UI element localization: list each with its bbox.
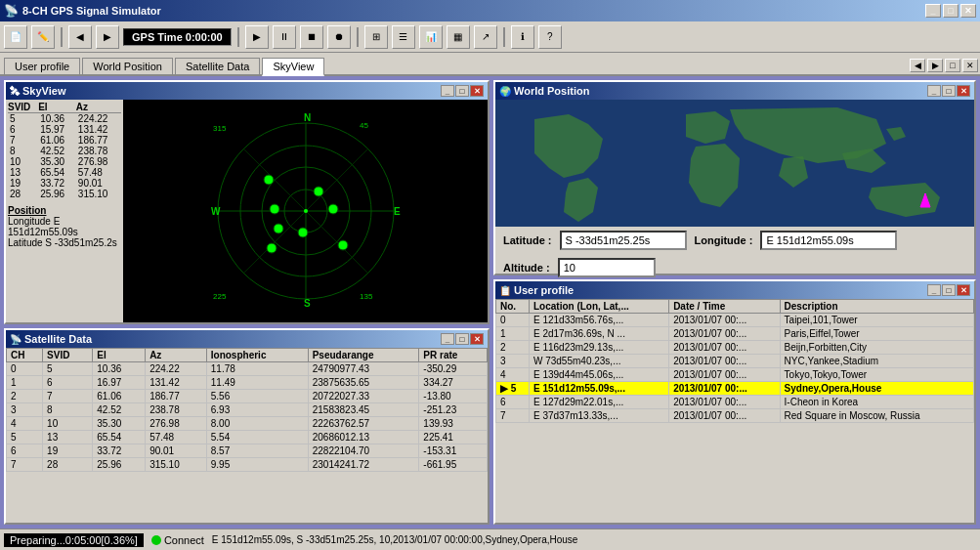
worldpos-maximize-btn[interactable]: □ (942, 85, 956, 97)
profile-row[interactable]: 0E 121d33m56.76s,...2013/01/07 00:...Tai… (496, 314, 974, 327)
satdata-content[interactable]: CH SVID El Az Ionospheric Pseudarange PR… (6, 348, 488, 523)
userprofile-maximize-btn[interactable]: □ (942, 284, 956, 296)
skyview-panel: 🛰 SkyView _ □ ✕ SVID El Az (4, 80, 490, 324)
profile-desc: Beijn,Forbitten,City (780, 341, 973, 355)
tab-skyview[interactable]: SkyView (262, 58, 324, 76)
satdata-maximize-btn[interactable]: □ (455, 333, 469, 345)
tab-btn-3[interactable]: □ (945, 59, 960, 72)
position-section: Position Longitude E 151d12m55.09s Latit… (8, 205, 121, 248)
worldpos-close-btn[interactable]: ✕ (957, 85, 970, 97)
profile-row[interactable]: 7E 37d37m13.33s,...2013/01/07 00:...Red … (496, 409, 974, 423)
toolbar-export-button[interactable]: ↗ (474, 25, 497, 49)
toolbar-back-button[interactable]: ◀ (68, 25, 92, 49)
toolbar-help-button[interactable]: ? (538, 25, 562, 49)
toolbar-table-button[interactable]: ▦ (447, 25, 470, 49)
satdata-row[interactable]: 1616.97131.4211.4923875635.65334.27 (7, 376, 488, 390)
svg-point-17 (338, 240, 348, 250)
userprofile-title: User profile (514, 284, 574, 296)
profile-datetime: 2013/01/07 00:... (669, 327, 780, 341)
profile-row[interactable]: 6E 127d29m22.01s,...2013/01/07 00:...I-C… (496, 396, 974, 409)
window-controls: _ □ ✕ (925, 4, 976, 18)
minimize-button[interactable]: _ (925, 4, 941, 18)
skyview-row: 1035.30276.98 (8, 156, 121, 167)
tab-satellite-data[interactable]: Satellite Data (175, 58, 260, 74)
profile-row[interactable]: 1E 2d17m36.69s, N ...2013/01/07 00:...Pa… (496, 327, 974, 341)
profile-location: E 2d17m36.69s, N ... (529, 327, 668, 341)
toolbar-separator-2 (237, 27, 239, 47)
left-panels: 🛰 SkyView _ □ ✕ SVID El Az (4, 80, 490, 525)
profile-no: ▶ 5 (496, 382, 530, 396)
longitude-input[interactable] (760, 231, 897, 250)
profile-row[interactable]: 2E 116d23m29.13s,...2013/01/07 00:...Bei… (496, 341, 974, 355)
toolbar-info-button[interactable]: ℹ (511, 25, 534, 49)
satdata-row[interactable]: 41035.30276.988.0022263762.57139.93 (7, 417, 488, 431)
satdata-row[interactable]: 3842.52238.786.9321583823.45-251.23 (7, 403, 488, 417)
main-content: 🛰 SkyView _ □ ✕ SVID El Az (0, 76, 980, 529)
toolbar-stop-button[interactable]: ⏹ (300, 25, 323, 49)
profile-row[interactable]: ▶ 5E 151d12m55.09s,...2013/01/07 00:...S… (496, 382, 974, 396)
userprofile-minimize-btn[interactable]: _ (927, 284, 941, 296)
satdata-minimize-btn[interactable]: _ (441, 333, 454, 345)
satdata-row[interactable]: 72825.96315.109.9523014241.72-661.95 (7, 458, 488, 472)
skyview-svid: 5 (8, 113, 38, 125)
skyview-icon: 🛰 (10, 86, 20, 97)
toolbar-forward-button[interactable]: ▶ (96, 25, 119, 49)
satdata-col-prrate: PR rate (419, 349, 488, 362)
profile-no: 7 (496, 409, 530, 423)
profile-no: 3 (496, 355, 530, 368)
skyview-az: 131.42 (76, 124, 121, 135)
toolbar-record-button[interactable]: ⏺ (327, 25, 351, 49)
maximize-button[interactable]: □ (943, 4, 959, 18)
toolbar-new-button[interactable]: 📄 (4, 25, 27, 49)
satdata-close-btn[interactable]: ✕ (470, 333, 484, 345)
connect-status: Connect (151, 534, 204, 546)
toolbar-pause-button[interactable]: ⏸ (273, 25, 296, 49)
satdata-row[interactable]: 51365.5457.485.5420686012.13225.41 (7, 431, 488, 444)
toolbar-chart-button[interactable]: 📊 (419, 25, 443, 49)
latitude-input[interactable] (560, 231, 687, 250)
satdata-row[interactable]: 61933.7290.018.5722822104.70-153.31 (7, 444, 488, 458)
skyview-el: 35.30 (38, 156, 76, 167)
tab-user-profile[interactable]: User profile (4, 58, 80, 74)
profile-location: E 121d33m56.76s,... (529, 314, 668, 327)
tab-bar: User profile World Position Satellite Da… (0, 53, 980, 76)
close-button[interactable]: ✕ (960, 4, 976, 18)
world-map-svg (495, 100, 974, 227)
worldpos-minimize-btn[interactable]: _ (927, 85, 941, 97)
skyview-el: 33.72 (38, 178, 76, 189)
skyview-maximize-btn[interactable]: □ (455, 85, 469, 97)
profile-row[interactable]: 4E 139d44m45.06s,...2013/01/07 00:...Tok… (496, 368, 974, 382)
toolbar-open-button[interactable]: ✏️ (31, 25, 55, 49)
toolbar-list-button[interactable]: ☰ (392, 25, 415, 49)
toolbar-grid-button[interactable]: ⊞ (364, 25, 388, 49)
profile-row[interactable]: 3W 73d55m40.23s,...2013/01/07 00:...NYC,… (496, 355, 974, 368)
skyview-row: 2825.96315.10 (8, 189, 121, 199)
satdata-col-ch: CH (7, 349, 43, 362)
profile-location: E 139d44m45.06s,... (529, 368, 668, 382)
skyview-title: SkyView (22, 85, 65, 97)
tab-btn-4[interactable]: ✕ (962, 59, 978, 72)
skyview-close-btn[interactable]: ✕ (470, 85, 484, 97)
profile-location: W 73d55m40.23s,... (529, 355, 668, 368)
profile-col-datetime: Date / Time (669, 300, 780, 314)
satdata-window-controls: _ □ ✕ (441, 333, 484, 345)
satdata-row[interactable]: 0510.36224.2211.7824790977.43-350.29 (7, 362, 488, 376)
toolbar: 📄 ✏️ ◀ ▶ GPS Time 0:00:00 ▶ ⏸ ⏹ ⏺ ⊞ ☰ 📊 … (0, 21, 980, 53)
profile-datetime: 2013/01/07 00:... (669, 341, 780, 355)
tab-btn-2[interactable]: ▶ (927, 59, 943, 72)
latitude-display: Latitude S -33d51m25.2s (8, 237, 121, 248)
profile-datetime: 2013/01/07 00:... (669, 355, 780, 368)
userprofile-window-controls: _ □ ✕ (927, 284, 970, 296)
skyview-minimize-btn[interactable]: _ (441, 85, 454, 97)
satellite-data-table: CH SVID El Az Ionospheric Pseudarange PR… (6, 348, 488, 472)
altitude-input[interactable] (558, 258, 656, 277)
toolbar-separator-1 (61, 27, 63, 47)
userprofile-content[interactable]: No. Location (Lon, Lat,... Date / Time D… (495, 299, 974, 525)
toolbar-play-button[interactable]: ▶ (245, 25, 269, 49)
tab-world-position[interactable]: World Position (82, 58, 173, 74)
svg-point-21 (314, 187, 323, 196)
satdata-col-el: El (93, 349, 146, 362)
tab-btn-1[interactable]: ◀ (910, 59, 925, 72)
satdata-row[interactable]: 2761.06186.775.5620722027.33-13.80 (7, 390, 488, 403)
userprofile-close-btn[interactable]: ✕ (957, 284, 970, 296)
